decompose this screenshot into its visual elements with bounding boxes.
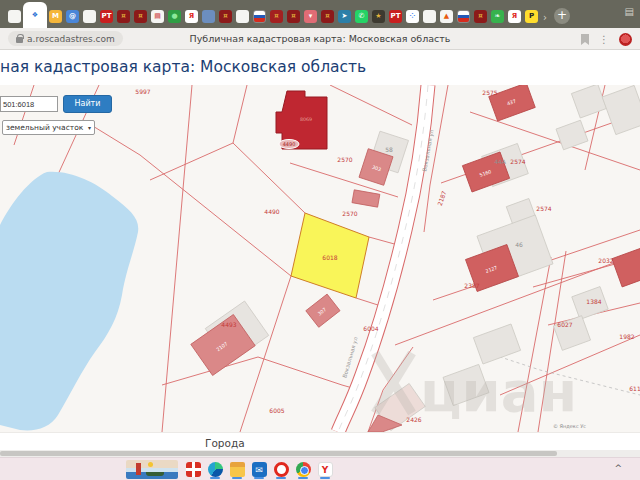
browser-tab-ya-mail[interactable]: Р (523, 4, 540, 28)
menu-dots-icon[interactable]: ⋮ (599, 34, 609, 45)
parcel-label-2570: 2570 (337, 156, 352, 163)
browser-tab-yandex[interactable]: Я (506, 4, 523, 28)
browser-tab-blue-gray[interactable] (200, 4, 217, 28)
edge-icon[interactable] (207, 460, 223, 479)
svg-text:циан: циан (420, 359, 577, 424)
browser-tab-cloud-blue[interactable]: @ (64, 4, 81, 28)
cities-link[interactable]: Города (205, 437, 245, 449)
gift-icon-glyph (186, 462, 201, 477)
parcel-label-2187: 2187 (436, 190, 448, 207)
widget-ship-icon (146, 472, 164, 476)
rts-red-favicon: РТ (389, 10, 402, 23)
building-label-8069: 8069 (300, 117, 312, 122)
side-panel-icon[interactable]: ▤ (625, 6, 634, 17)
chevron-down-icon: ▾ (88, 121, 91, 134)
gov-emblem-favicon: ¤ (134, 10, 147, 23)
yandex-icon[interactable]: Y (317, 460, 333, 479)
chrome-icon[interactable] (295, 460, 311, 479)
gold-emblem-favicon: ★ (372, 10, 385, 23)
browser-tab-pink-site[interactable]: ▾ (302, 4, 319, 28)
browser-tab-dots-multi[interactable]: ⁘ (404, 4, 421, 28)
browser-tab-gov-emblem[interactable]: ¤ (285, 4, 302, 28)
browser-tab-flag-ru[interactable] (455, 4, 472, 28)
browser-tab-green-leaf[interactable]: ❧ (489, 4, 506, 28)
browser-tab-green-circle[interactable]: ● (166, 4, 183, 28)
flame-orange-favicon: ▲ (440, 10, 453, 23)
widgets-weather-button[interactable] (126, 460, 178, 479)
teal-arrow-favicon: ➤ (338, 10, 351, 23)
browser-tab-doc-red[interactable]: ▤ (149, 4, 166, 28)
parcel-label-6018: 6018 (322, 254, 337, 261)
parcel-label-2387: 2387 (464, 282, 479, 289)
browser-tab-gov-emblem[interactable]: ¤ (472, 4, 489, 28)
lake (0, 172, 138, 431)
browser-tab-teal-arrow[interactable]: ➤ (336, 4, 353, 28)
gift-icon[interactable] (185, 460, 201, 479)
browser-tab-gold-emblem[interactable]: ★ (370, 4, 387, 28)
parcel-label-611: 611 (629, 385, 640, 392)
parcel-label-2032: 2032 (598, 257, 613, 264)
profile-avatar[interactable] (619, 33, 632, 46)
mail-icon[interactable]: ✉ (251, 460, 267, 479)
tab-overflow-chevron[interactable]: › (543, 12, 547, 23)
browser-tab-active-map[interactable]: ❖ (23, 2, 47, 28)
new-tab-button[interactable]: + (554, 8, 570, 24)
gov-emblem-favicon: ¤ (287, 10, 300, 23)
browser-tab-whatsapp[interactable]: ✆ (353, 4, 370, 28)
rts-red-favicon: РТ (100, 10, 113, 23)
browser-tab-gov-emblem[interactable]: ¤ (319, 4, 336, 28)
parcel-label-2575: 2575 (482, 89, 497, 96)
scrollbar-thumb[interactable] (0, 451, 557, 456)
bookmark-icon[interactable] (581, 34, 589, 45)
browser-tab-flame-orange[interactable]: ▲ (438, 4, 455, 28)
browser-tab-gov-emblem[interactable]: ¤ (217, 4, 234, 28)
green-leaf-favicon: ❧ (491, 10, 504, 23)
explorer-icon[interactable] (229, 460, 245, 479)
cloud-blue-favicon: @ (66, 10, 79, 23)
blue-gray-favicon (202, 10, 215, 23)
whatsapp-favicon: ✆ (355, 10, 368, 23)
parcel-label-6027: 6027 (557, 321, 572, 328)
edge-icon-glyph (208, 462, 223, 477)
parcel-label-4490: 4490 (264, 208, 279, 215)
browser-tab-gov-emblem[interactable]: ¤ (132, 4, 149, 28)
active-map-favicon: ❖ (29, 9, 42, 22)
browser-tab-rts-red[interactable]: РТ (387, 4, 404, 28)
opera-icon-glyph (274, 462, 289, 477)
active-indicator (298, 477, 308, 479)
yandex-favicon: Я (508, 10, 521, 23)
parcel-label-1982: 1982 (619, 333, 634, 340)
object-type-select[interactable]: земельный участок ▾ (2, 120, 95, 135)
parcel-label-2574: 2574 (510, 158, 525, 165)
tray-chevron-icon[interactable]: ^ (614, 463, 622, 473)
browser-tab-gov-emblem[interactable]: ¤ (268, 4, 285, 28)
parcel-label-1384: 1384 (586, 298, 601, 305)
active-indicator (320, 477, 330, 479)
browser-tab-doc[interactable] (6, 4, 23, 28)
browser-tab-mail-orange[interactable]: М (47, 4, 64, 28)
horizontal-scrollbar[interactable] (0, 450, 640, 457)
browser-tab-rts-red[interactable]: РТ (98, 4, 115, 28)
copyright-© Яндекс Ус: © Яндекс Ус (553, 423, 586, 429)
browser-tab-flag-ru[interactable] (251, 4, 268, 28)
browser-tab-doc[interactable] (421, 4, 438, 28)
search-button[interactable]: Найти (63, 95, 112, 113)
opera-icon[interactable] (273, 460, 289, 479)
address-bar: a.roscadastres.com Публичная кадастровая… (0, 28, 640, 50)
ya-mail-favicon: Р (525, 10, 538, 23)
yandex-favicon: Я (185, 10, 198, 23)
widget-sun-icon (148, 462, 153, 467)
browser-tab-gov-emblem[interactable]: ¤ (115, 4, 132, 28)
browser-tab-doc[interactable] (81, 4, 98, 28)
cadastral-map[interactable]: циан 59974490257025706018600460054493242… (0, 85, 640, 432)
active-indicator (232, 477, 242, 479)
object-type-value: земельный участок (6, 121, 83, 134)
search-input[interactable] (0, 96, 58, 112)
parcel-label-2574: 2574 (536, 205, 551, 212)
taskbar: ✉Y ^ (0, 457, 640, 480)
browser-tab-yandex[interactable]: Я (183, 4, 200, 28)
site-heading: ная кадастровая карта: Московская област… (0, 58, 366, 76)
browser-tab-doc[interactable] (234, 4, 251, 28)
browser-tabstrip: ❖М@РТ¤¤▤●Я¤¤¤▾¤➤✆★РТ⁘▲¤❧ЯР › + ▤ (0, 0, 640, 28)
green-circle-favicon: ● (168, 10, 181, 23)
